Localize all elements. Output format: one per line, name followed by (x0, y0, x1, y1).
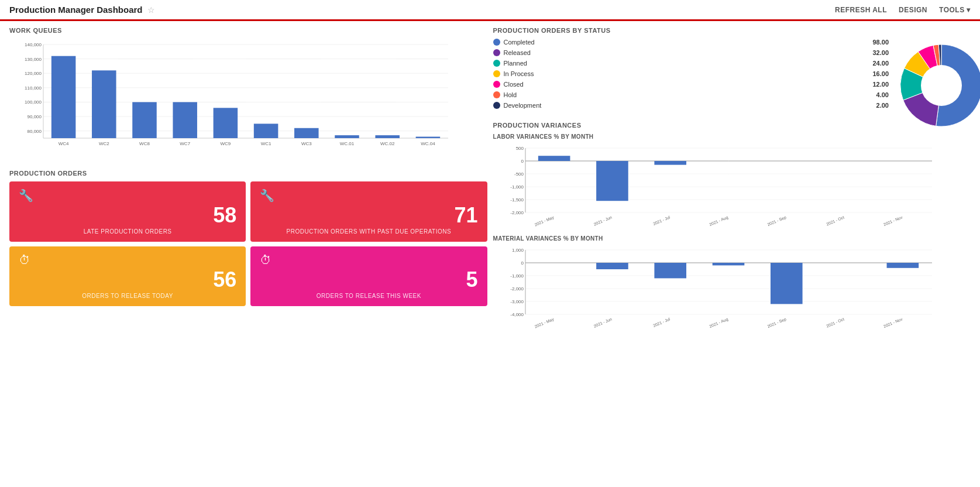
status-dot-closed (493, 81, 500, 88)
status-released: Released 32.00 (493, 49, 889, 56)
status-label-closed: Closed (504, 81, 862, 88)
status-label-inprocess: In Process (504, 70, 862, 77)
top-bar: Production Manager Dashboard ☆ REFRESH A… (0, 0, 980, 21)
donut-chart (895, 39, 971, 115)
status-value-closed: 12.00 (865, 81, 889, 88)
refresh-all-button[interactable]: REFRESH ALL (835, 6, 887, 14)
kpi-row-bottom: ⏱ 56 ORDERS TO RELEASE TODAY ⏱ 5 ORDERS … (9, 246, 487, 306)
kpi-late-label: LATE PRODUCTION ORDERS (19, 228, 236, 235)
orders-status-content: Completed 98.00 Released 32.00 Planned 2… (493, 39, 971, 115)
kpi-today-label: ORDERS TO RELEASE TODAY (19, 293, 236, 299)
kpi-pastdue-label: PRODUCTION ORDERS WITH PAST DUE OPERATIO… (260, 228, 477, 235)
status-legend: Completed 98.00 Released 32.00 Planned 2… (493, 39, 889, 115)
variances-section: PRODUCTION VARIANCES LABOR VARIANCES % B… (493, 122, 971, 335)
tools-button[interactable]: TOOLS ▾ (939, 6, 971, 14)
kpi-pastdue-production[interactable]: 🔧 71 PRODUCTION ORDERS WITH PAST DUE OPE… (250, 181, 487, 242)
material-chart-title: MATERIAL VARIANCES % BY MONTH (493, 235, 971, 242)
favorite-icon[interactable]: ☆ (147, 5, 155, 15)
status-label-released: Released (504, 49, 862, 56)
status-value-released: 32.00 (865, 49, 889, 56)
kpi-release-week[interactable]: ⏱ 5 ORDERS TO RELEASE THIS WEEK (250, 246, 487, 306)
status-dot-hold (493, 91, 500, 98)
status-value-inprocess: 16.00 (865, 70, 889, 77)
status-label-development: Development (504, 102, 862, 109)
status-hold: Hold 4.00 (493, 91, 889, 98)
right-column: PRODUCTION ORDERS BY STATUS Completed 98… (493, 27, 971, 335)
status-inprocess: In Process 16.00 (493, 70, 889, 77)
kpi-release-today[interactable]: ⏱ 56 ORDERS TO RELEASE TODAY (9, 246, 246, 306)
status-dot-inprocess (493, 70, 500, 77)
wrench-icon-pastdue: 🔧 (260, 188, 477, 203)
status-closed: Closed 12.00 (493, 81, 889, 88)
status-label-completed: Completed (504, 39, 862, 46)
orders-status-title: PRODUCTION ORDERS BY STATUS (493, 27, 971, 34)
clock-icon-today: ⏱ (19, 253, 236, 267)
status-dot-released (493, 49, 500, 56)
kpi-late-number: 58 (19, 205, 236, 226)
kpi-week-number: 5 (260, 269, 477, 290)
status-dot-development (493, 102, 500, 109)
top-bar-actions: REFRESH ALL DESIGN TOOLS ▾ (835, 6, 971, 14)
wrench-icon-late: 🔧 (19, 188, 236, 203)
status-value-hold: 4.00 (865, 91, 889, 98)
status-value-planned: 24.00 (865, 60, 889, 67)
status-development: Development 2.00 (493, 102, 889, 109)
production-orders-section: PRODUCTION ORDERS 🔧 58 LATE PRODUCTION O… (9, 170, 487, 306)
status-value-completed: 98.00 (865, 39, 889, 46)
clock-icon-week: ⏱ (260, 253, 477, 267)
kpi-pastdue-number: 71 (260, 205, 477, 226)
work-queues-section: WORK QUEUES (9, 27, 487, 162)
status-value-development: 2.00 (865, 102, 889, 109)
kpi-row-top: 🔧 58 LATE PRODUCTION ORDERS 🔧 71 PRODUCT… (9, 181, 487, 242)
status-dot-completed (493, 39, 500, 46)
page-title: Production Manager Dashboard (9, 5, 143, 15)
status-label-planned: Planned (504, 60, 862, 67)
work-queues-chart (9, 39, 487, 162)
kpi-today-number: 56 (19, 269, 236, 290)
main-content: WORK QUEUES PRODUCTION ORDERS 🔧 58 LATE … (0, 21, 980, 341)
labor-variances-section: LABOR VARIANCES % BY MONTH (493, 133, 971, 233)
status-completed: Completed 98.00 (493, 39, 889, 46)
top-bar-left: Production Manager Dashboard ☆ (9, 5, 155, 15)
status-label-hold: Hold (504, 91, 862, 98)
orders-status-section: PRODUCTION ORDERS BY STATUS Completed 98… (493, 27, 971, 115)
design-button[interactable]: DESIGN (899, 6, 927, 14)
kpi-late-production[interactable]: 🔧 58 LATE PRODUCTION ORDERS (9, 181, 246, 242)
dashboard-grid: WORK QUEUES PRODUCTION ORDERS 🔧 58 LATE … (9, 27, 971, 335)
work-queues-title: WORK QUEUES (9, 27, 487, 34)
production-orders-title: PRODUCTION ORDERS (9, 170, 487, 177)
labor-chart-title: LABOR VARIANCES % BY MONTH (493, 133, 971, 140)
left-column: WORK QUEUES PRODUCTION ORDERS 🔧 58 LATE … (9, 27, 487, 335)
status-planned: Planned 24.00 (493, 60, 889, 67)
status-dot-planned (493, 60, 500, 67)
kpi-week-label: ORDERS TO RELEASE THIS WEEK (260, 293, 477, 299)
material-variances-section: MATERIAL VARIANCES % BY MONTH (493, 235, 971, 335)
